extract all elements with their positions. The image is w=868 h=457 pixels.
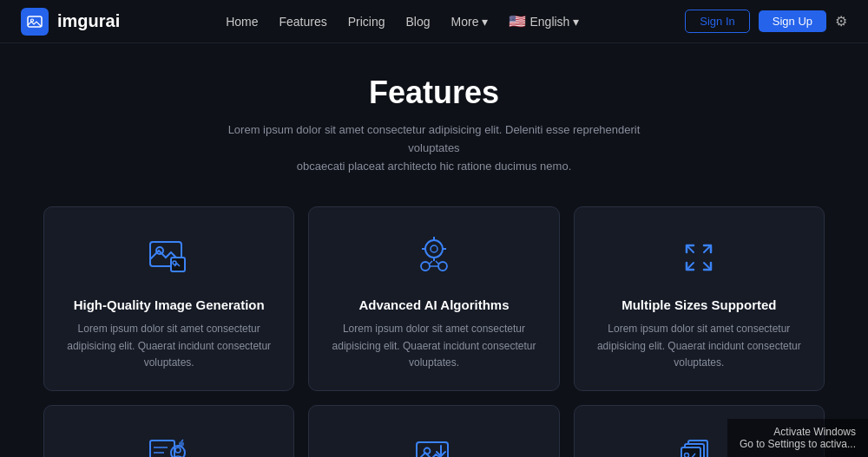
feature-card-high-quality-image: High-Quality Image Generation Lorem ipsu… [43,206,294,391]
svg-line-15 [436,261,439,264]
windows-activation-notice: Activate Windows Go to Settings to activ… [727,419,868,457]
high-quality-icon [145,232,194,284]
card-desc: Lorem ipsum dolor sit amet consectetur a… [326,321,541,371]
svg-line-14 [429,261,432,264]
hero-section: Features Lorem ipsum dolor sit amet cons… [0,43,868,193]
logo-text: imgurai [57,11,120,31]
svg-point-23 [179,441,184,447]
page-title: Features [17,75,851,111]
user-friendly-icon [145,430,194,457]
svg-point-7 [431,245,437,252]
advanced-ai-icon [410,232,458,284]
feature-card-advanced-ai: Advanced AI Algorithms Lorem ipsum dolor… [308,206,559,391]
svg-point-13 [438,262,447,271]
hero-description: Lorem ipsum dolor sit amet consectetur a… [217,121,651,175]
settings-icon[interactable]: ⚙ [835,13,847,29]
card-title: Multiple Sizes Supported [621,297,776,312]
features-section: High-Quality Image Generation Lorem ipsu… [0,193,868,457]
nav-pricing[interactable]: Pricing [348,15,385,29]
card-desc: Lorem ipsum dolor sit amet consectetur a… [592,321,806,371]
nav-more[interactable]: More ▾ [451,15,489,29]
navbar-left: imgurai [21,8,120,36]
navbar-nav: Home Features Pricing Blog More ▾ 🇺🇸 Eng… [226,13,579,29]
language-selector[interactable]: 🇺🇸 English ▾ [509,13,579,29]
chevron-down-icon: ▾ [573,15,579,29]
card-desc: Lorem ipsum dolor sit amet consectetur a… [62,321,276,371]
multiple-sizes-icon [674,232,723,284]
nav-home[interactable]: Home [226,15,258,29]
navbar-right: Sign In Sign Up ⚙ [685,10,847,33]
flag-icon: 🇺🇸 [509,13,526,29]
svg-point-12 [421,262,430,271]
signin-button[interactable]: Sign In [685,10,749,33]
signup-button[interactable]: Sign Up [759,10,826,32]
navbar: imgurai Home Features Pricing Blog More … [0,0,868,43]
logo-icon [21,8,49,36]
card-title: High-Quality Image Generation [74,297,265,312]
feature-card-user-friendly: User-Friendly Interface Lorem ipsum dolo… [43,405,294,457]
svg-point-6 [425,240,443,258]
chevron-down-icon: ▾ [482,15,488,29]
feature-card-multiple-sizes: Multiple Sizes Supported Lorem ipsum dol… [574,206,825,391]
nav-blog[interactable]: Blog [406,15,431,29]
card-title: Advanced AI Algorithms [358,297,509,312]
nav-features[interactable]: Features [279,15,326,29]
flexible-pricing-icon [674,430,723,457]
svg-line-24 [181,440,183,441]
svg-point-22 [175,447,181,453]
image-saving-icon [410,430,458,457]
feature-card-image-saving: Image Saving Lorem ipsum dolor sit amet … [308,405,559,457]
cards-grid: High-Quality Image Generation Lorem ipsu… [43,206,825,457]
